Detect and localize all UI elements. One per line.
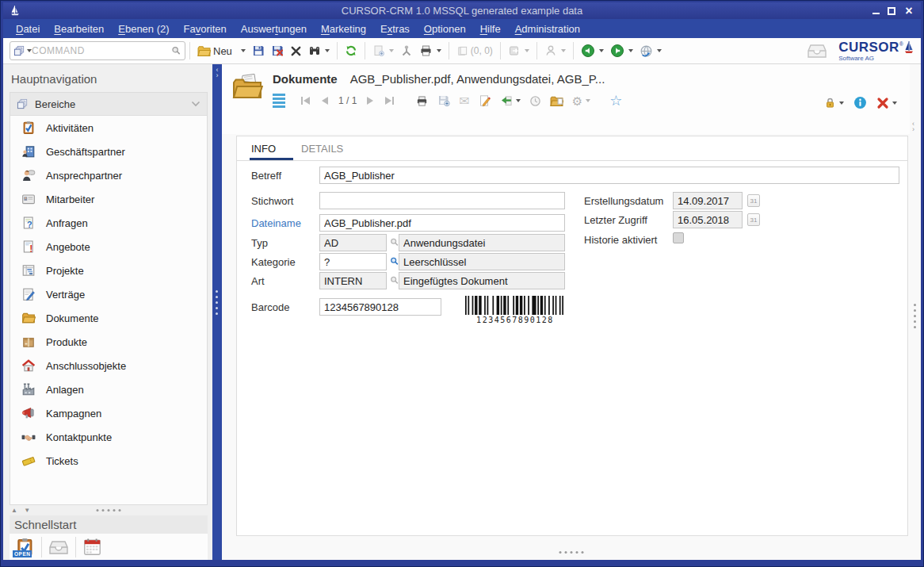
menu-hilfe[interactable]: Hilfe xyxy=(474,21,507,36)
maximize-button[interactable] xyxy=(888,7,895,15)
menu-extras[interactable]: Extras xyxy=(374,21,416,36)
close-record-button[interactable] xyxy=(875,95,899,111)
tab-info[interactable]: INFO xyxy=(250,136,293,160)
menu-datei[interactable]: Datei xyxy=(10,21,46,36)
save-discard-button[interactable] xyxy=(268,40,287,61)
right-collapse-strip[interactable]: ‹› xyxy=(910,64,921,560)
menu-administration[interactable]: Administration xyxy=(509,21,586,36)
back-button[interactable] xyxy=(578,40,607,61)
quickstart-calendar-icon[interactable] xyxy=(82,537,102,557)
record-menu-button[interactable] xyxy=(273,94,285,108)
sidebar-item-mitarbeiter[interactable]: Mitarbeiter xyxy=(10,187,207,211)
lock-caret[interactable] xyxy=(839,102,844,105)
sidebar-item-anfragen[interactable]: ? Anfragen xyxy=(10,211,207,235)
save-button[interactable] xyxy=(249,40,268,61)
sidebar-item-kontaktpunkte[interactable]: Kontaktpunkte xyxy=(10,425,207,449)
copy-record-caret[interactable] xyxy=(389,49,394,52)
first-record-button[interactable] xyxy=(299,94,313,107)
menu-bearbeiten[interactable]: Bearbeiten xyxy=(48,21,110,36)
menu-ebenen[interactable]: Ebenen (2) xyxy=(112,21,175,36)
chevron-down-icon[interactable] xyxy=(191,101,200,107)
checkin-caret[interactable] xyxy=(516,99,521,102)
new-button[interactable]: Neu xyxy=(194,40,249,61)
barcode-input[interactable] xyxy=(319,298,441,316)
letzter-zugriff-calendar-button[interactable]: 31 xyxy=(747,213,760,226)
copy-record-button[interactable] xyxy=(369,40,397,61)
betreff-input[interactable] xyxy=(319,167,899,184)
sidebar-item-tickets[interactable]: Tickets xyxy=(10,449,207,473)
sidebar-item-anlagen[interactable]: Anlagen xyxy=(10,377,207,401)
close-record-caret[interactable] xyxy=(892,102,897,105)
clipboard-button[interactable]: (0, 0) xyxy=(453,40,496,61)
inbox-tray-icon[interactable] xyxy=(807,43,827,59)
menu-favoriten[interactable]: Favoriten xyxy=(178,21,233,36)
sidebar-item-aktivitaeten[interactable]: Aktivitäten xyxy=(10,116,207,140)
history-clock-button[interactable] xyxy=(528,94,543,109)
menu-marketing[interactable]: Marketing xyxy=(315,21,372,36)
kategorie-key-input[interactable] xyxy=(319,253,387,270)
splitter-collapse-arrows[interactable]: ‹› xyxy=(214,67,220,79)
menu-optionen[interactable]: Optionen xyxy=(418,21,472,36)
search-caret[interactable] xyxy=(325,49,330,52)
forward-button[interactable] xyxy=(607,40,636,61)
favorite-star-button[interactable]: ☆ xyxy=(608,93,624,109)
quickstart-open-activities-button[interactable]: OPEN xyxy=(14,537,35,557)
sidebar-item-produkte[interactable]: Produkte xyxy=(10,330,207,354)
last-record-button[interactable] xyxy=(382,94,396,107)
stichwort-input[interactable] xyxy=(319,192,565,209)
record-settings-button[interactable]: ⚙ xyxy=(571,94,592,109)
forward-caret[interactable] xyxy=(628,49,633,52)
export-button[interactable] xyxy=(505,40,533,61)
art-key-input[interactable] xyxy=(319,272,387,289)
delete-button[interactable] xyxy=(287,40,305,61)
merge-button[interactable] xyxy=(397,40,416,61)
lock-record-button[interactable] xyxy=(823,95,846,111)
sidebar-item-angebote[interactable]: ! Angebote xyxy=(10,235,207,259)
new-caret[interactable] xyxy=(241,49,246,52)
user-caret[interactable] xyxy=(561,49,566,52)
print-caret[interactable] xyxy=(437,49,441,52)
next-record-button[interactable] xyxy=(364,94,376,107)
refresh-button[interactable] xyxy=(342,40,361,61)
settings-caret[interactable] xyxy=(586,99,590,102)
export-caret[interactable] xyxy=(525,49,529,52)
quickstart-tray-icon[interactable] xyxy=(48,538,69,556)
sidebar-item-ansprechpartner[interactable]: Ansprechpartner xyxy=(10,163,207,187)
close-button[interactable]: × xyxy=(903,6,914,17)
sidebar-group-bereiche[interactable]: Bereiche xyxy=(10,93,207,116)
dateiname-link-label[interactable]: Dateiname xyxy=(251,217,301,229)
typ-key-input[interactable] xyxy=(319,234,387,251)
command-input[interactable] xyxy=(32,45,170,56)
sidebar-item-projekte[interactable]: Projekte xyxy=(10,259,207,282)
file-transfer-button[interactable] xyxy=(548,94,565,109)
search-records-button[interactable] xyxy=(305,40,333,61)
edit-document-button[interactable] xyxy=(477,93,493,109)
sidebar-item-kampagnen[interactable]: Kampagnen xyxy=(10,401,207,425)
checkin-document-button[interactable] xyxy=(498,94,522,109)
sidebar-splitter[interactable]: ‹› xyxy=(212,64,222,560)
menu-auswertungen[interactable]: Auswertungen xyxy=(235,21,313,36)
web-sync-caret[interactable] xyxy=(657,49,662,52)
erstellungsdatum-calendar-button[interactable]: 31 xyxy=(747,194,760,207)
info-button[interactable] xyxy=(852,94,869,111)
bottom-splitter-dots[interactable] xyxy=(559,551,584,554)
sidebar-horizontal-splitter[interactable]: ▲ ▼ xyxy=(10,505,208,515)
save-as-button[interactable] xyxy=(436,93,452,109)
sidebar-item-vertraege[interactable]: Verträge xyxy=(10,282,207,306)
erstellungsdatum-input[interactable] xyxy=(673,192,743,209)
send-mail-button[interactable]: ✉ xyxy=(457,94,471,109)
minimize-button[interactable] xyxy=(872,8,880,14)
dateiname-input[interactable] xyxy=(319,214,565,232)
collapse-expand-arrows[interactable]: ▲ ▼ xyxy=(10,507,32,514)
right-strip-arrows[interactable]: ‹› xyxy=(912,121,914,132)
letzter-zugriff-input[interactable] xyxy=(673,211,743,228)
record-print-button[interactable] xyxy=(414,94,430,109)
print-button[interactable] xyxy=(416,40,445,61)
web-sync-button[interactable] xyxy=(636,40,665,61)
sidebar-item-anschlussobjekte[interactable]: Anschlussobjekte xyxy=(10,354,207,377)
back-caret[interactable] xyxy=(599,49,604,52)
sidebar-item-geschaeftspartner[interactable]: Geschäftspartner xyxy=(10,140,207,163)
historie-checkbox[interactable] xyxy=(673,232,684,243)
tab-details[interactable]: DETAILS xyxy=(300,136,354,160)
window-stack-icon[interactable] xyxy=(13,45,25,57)
